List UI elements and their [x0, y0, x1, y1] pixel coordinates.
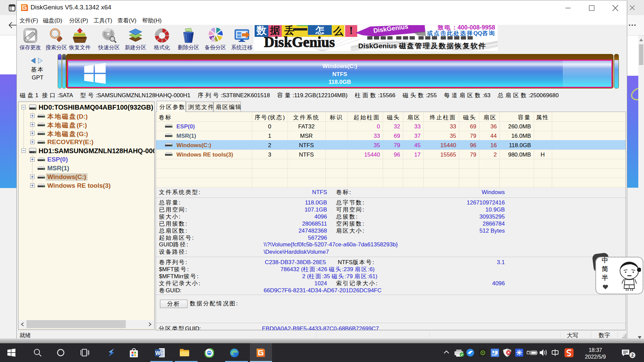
svg-text:W: W — [155, 350, 161, 356]
svg-text:intel: intel — [492, 354, 496, 356]
